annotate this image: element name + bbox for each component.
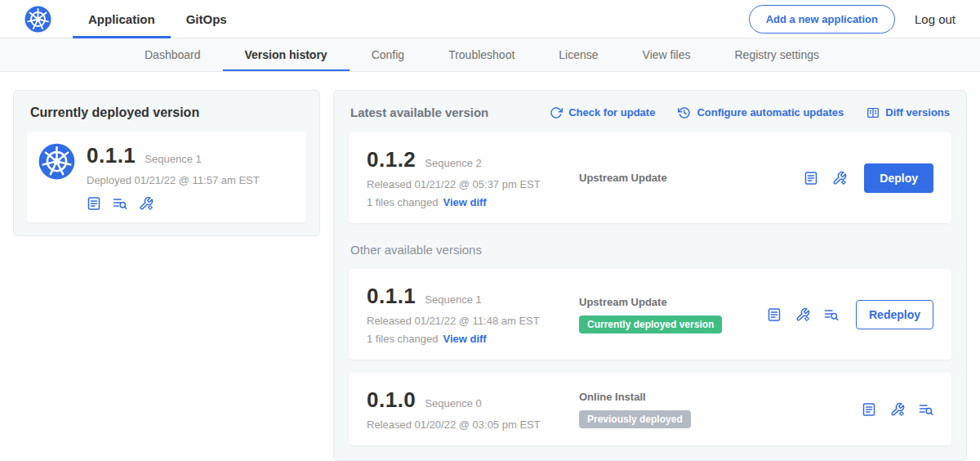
diff-versions-label: Diff versions <box>885 106 950 119</box>
versions-panel-header: Latest available version Check for updat… <box>350 105 950 119</box>
files-changed-row: 1 files changedView diff <box>367 333 579 345</box>
view-diff-link[interactable]: View diff <box>443 196 486 208</box>
header-tab-label: GitOps <box>186 12 227 26</box>
tab-label: Registry settings <box>734 48 818 61</box>
diff-versions-icon <box>866 106 880 119</box>
tab-label: Version history <box>245 48 327 61</box>
version-sequence: Sequence 0 <box>425 397 481 410</box>
redeploy-button[interactable]: Redeploy <box>856 300 933 329</box>
version-card-actions: Redeploy <box>767 300 933 329</box>
previously-deployed-badge: Previously deployed <box>579 410 691 428</box>
main-content: Currently deployed version 0.1.1 Sequenc… <box>0 72 980 461</box>
add-application-button[interactable]: Add a new application <box>749 5 895 34</box>
tab-label: Dashboard <box>145 48 201 61</box>
version-card-source: Upstream Update Currently deployed versi… <box>579 296 767 333</box>
available-versions-panel: Latest available version Check for updat… <box>333 90 967 461</box>
tab-label: Config <box>372 48 404 61</box>
preflight-checks-icon[interactable] <box>824 307 839 322</box>
version-card-info: 0.1.2 Sequence 2 Released 01/21/22 @ 05:… <box>367 147 579 208</box>
files-changed-row: 1 files changedView diff <box>367 196 579 208</box>
deployed-version-card: 0.1.1 Sequence 1 Deployed 01/21/22 @ 11:… <box>27 132 306 222</box>
kubernetes-app-icon <box>38 143 75 180</box>
tab-dashboard[interactable]: Dashboard <box>122 38 223 71</box>
version-card-0-1-2: 0.1.2 Sequence 2 Released 01/21/22 @ 05:… <box>349 132 951 223</box>
release-notes-icon[interactable] <box>804 171 818 186</box>
version-number: 0.1.1 <box>367 284 416 309</box>
released-date: Released 01/20/22 @ 03:05 pm EST <box>367 418 579 431</box>
app-subnav: Dashboard Version history Config Trouble… <box>0 38 980 72</box>
check-update-label: Check for update <box>568 106 655 119</box>
tab-label: Troubleshoot <box>448 48 514 61</box>
released-date: Released 01/21/22 @ 05:37 pm EST <box>367 178 579 190</box>
version-card-info: 0.1.0 Sequence 0 Released 01/20/22 @ 03:… <box>367 387 579 431</box>
tab-view-files[interactable]: View files <box>621 38 713 71</box>
configure-updates-icon <box>678 106 691 119</box>
deployed-panel-title: Currently deployed version <box>30 105 306 120</box>
version-card-0-1-0: 0.1.0 Sequence 0 Released 01/20/22 @ 03:… <box>349 373 951 445</box>
check-update-icon <box>550 106 563 119</box>
version-card-actions <box>862 402 933 417</box>
configure-updates-label: Configure automatic updates <box>697 106 844 119</box>
kubernetes-logo-icon <box>24 6 51 33</box>
version-card-source: Upstream Update <box>579 172 804 184</box>
tab-troubleshoot[interactable]: Troubleshoot <box>426 38 537 71</box>
version-source: Upstream Update <box>579 172 804 184</box>
tab-label: View files <box>643 48 691 61</box>
top-header: Application GitOps Add a new application… <box>0 0 980 38</box>
logout-link[interactable]: Log out <box>915 12 956 26</box>
configure-automatic-updates-link[interactable]: Configure automatic updates <box>678 106 844 119</box>
release-notes-icon[interactable] <box>862 402 876 417</box>
tab-registry-settings[interactable]: Registry settings <box>712 38 840 71</box>
tab-license[interactable]: License <box>537 38 620 71</box>
released-date: Released 01/21/22 @ 11:48 am EST <box>367 315 579 327</box>
deploy-button[interactable]: Deploy <box>864 163 933 193</box>
edit-config-icon[interactable] <box>832 171 847 186</box>
currently-deployed-badge: Currently deployed version <box>579 316 722 333</box>
deployed-version-number: 0.1.1 <box>87 143 136 168</box>
tab-label: License <box>559 48 598 61</box>
files-changed: 1 files changed <box>367 333 438 345</box>
deployed-date: Deployed 01/21/22 @ 11:57 am EST <box>87 174 260 186</box>
diff-versions-link[interactable]: Diff versions <box>866 106 950 119</box>
check-for-update-link[interactable]: Check for update <box>550 106 655 119</box>
version-sequence: Sequence 2 <box>425 157 481 169</box>
release-notes-icon[interactable] <box>767 307 782 322</box>
edit-config-icon[interactable] <box>795 307 810 322</box>
version-number: 0.1.2 <box>367 147 416 172</box>
header-tab-label: Application <box>88 12 155 26</box>
version-number: 0.1.0 <box>367 387 416 413</box>
deployed-sequence: Sequence 1 <box>145 153 201 165</box>
header-tab-application[interactable]: Application <box>73 0 171 38</box>
header-tab-gitops[interactable]: GitOps <box>171 0 243 38</box>
tab-version-history[interactable]: Version history <box>223 38 350 71</box>
version-card-info: 0.1.1 Sequence 1 Released 01/21/22 @ 11:… <box>367 284 579 345</box>
tab-config[interactable]: Config <box>350 38 426 71</box>
preflight-checks-icon[interactable] <box>919 402 933 417</box>
release-notes-icon[interactable] <box>87 196 101 211</box>
preflight-checks-icon[interactable] <box>113 196 127 211</box>
version-card-0-1-1: 0.1.1 Sequence 1 Released 01/21/22 @ 11:… <box>349 269 951 360</box>
version-source: Online Install <box>579 391 862 403</box>
version-card-source: Online Install Previously deployed <box>579 391 862 428</box>
version-card-actions: Deploy <box>804 163 933 193</box>
deployed-icon-row <box>87 196 260 211</box>
edit-config-icon[interactable] <box>139 196 154 211</box>
view-diff-link[interactable]: View diff <box>443 333 486 345</box>
files-changed: 1 files changed <box>367 196 438 208</box>
header-right: Add a new application Log out <box>749 5 956 34</box>
version-source: Upstream Update <box>579 296 767 308</box>
other-versions-title: Other available versions <box>350 243 950 257</box>
currently-deployed-panel: Currently deployed version 0.1.1 Sequenc… <box>13 90 320 236</box>
versions-panel-actions: Check for update Configure automatic upd… <box>550 106 950 119</box>
edit-config-icon[interactable] <box>890 402 905 417</box>
latest-version-title: Latest available version <box>350 105 488 119</box>
deployed-card-body: 0.1.1 Sequence 1 Deployed 01/21/22 @ 11:… <box>87 143 260 211</box>
version-sequence: Sequence 1 <box>425 293 481 306</box>
